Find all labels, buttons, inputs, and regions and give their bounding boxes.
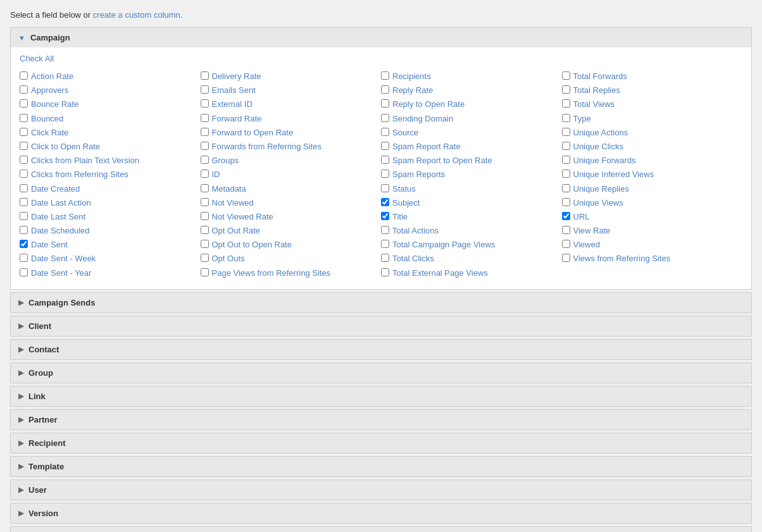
label-total_views[interactable]: Total Views	[573, 99, 615, 110]
label-date_sent[interactable]: Date Sent	[31, 239, 68, 251]
label-click_rate[interactable]: Click Rate	[31, 127, 68, 139]
checkbox-date_sent_year[interactable]	[20, 268, 28, 276]
label-clicks_from_referring_sites[interactable]: Clicks from Referring Sites	[31, 169, 128, 180]
label-forward_to_open_rate[interactable]: Forward to Open Rate	[212, 127, 294, 139]
label-unique_inferred_views[interactable]: Unique Inferred Views	[573, 169, 654, 180]
checkbox-page_views_from_referring_sites[interactable]	[201, 268, 209, 276]
checkbox-click_rate[interactable]	[20, 128, 28, 136]
checkbox-spam_report_rate[interactable]	[381, 142, 389, 150]
checkbox-total_actions[interactable]	[381, 226, 389, 234]
label-opt_out_to_open_rate[interactable]: Opt Out to Open Rate	[212, 239, 292, 251]
checkbox-source[interactable]	[381, 128, 389, 136]
checkbox-subject[interactable]	[381, 198, 389, 206]
label-url[interactable]: URL	[573, 211, 590, 223]
checkbox-view_rate[interactable]	[562, 226, 570, 234]
section-header-version[interactable]: ▶Version	[11, 504, 751, 523]
checkbox-forward_rate[interactable]	[201, 114, 209, 122]
checkbox-opt_outs[interactable]	[201, 254, 209, 262]
checkbox-bounced[interactable]	[20, 114, 28, 122]
label-bounced[interactable]: Bounced	[31, 113, 63, 125]
checkbox-unique_replies[interactable]	[562, 184, 570, 192]
campaign-section-header[interactable]: ▼ Campaign	[11, 28, 751, 47]
label-emails_sent[interactable]: Emails Sent	[212, 85, 256, 96]
checkbox-unique_clicks[interactable]	[562, 142, 570, 150]
checkbox-total_replies[interactable]	[562, 85, 570, 94]
label-opt_out_rate[interactable]: Opt Out Rate	[212, 225, 261, 237]
section-header-client[interactable]: ▶Client	[11, 316, 751, 336]
label-reply_rate[interactable]: Reply Rate	[392, 85, 433, 96]
label-action_rate[interactable]: Action Rate	[31, 71, 73, 82]
label-unique_views[interactable]: Unique Views	[573, 197, 623, 209]
checkbox-action_rate[interactable]	[20, 71, 28, 80]
checkbox-groups[interactable]	[201, 156, 209, 164]
checkbox-date_scheduled[interactable]	[20, 226, 28, 234]
checkbox-forward_to_open_rate[interactable]	[201, 128, 209, 136]
label-groups[interactable]: Groups	[212, 155, 239, 166]
checkbox-spam_report_to_open_rate[interactable]	[381, 156, 389, 164]
label-bounce_rate[interactable]: Bounce Rate	[31, 99, 78, 110]
checkbox-total_views[interactable]	[562, 99, 570, 108]
checkbox-metadata[interactable]	[201, 184, 209, 192]
checkbox-clicks_from_plain_text[interactable]	[20, 156, 28, 164]
label-external_id[interactable]: External ID	[212, 99, 253, 110]
label-id[interactable]: ID	[212, 169, 220, 180]
label-delivery_rate[interactable]: Delivery Rate	[212, 71, 261, 82]
create-custom-column-link[interactable]: create a custom column	[93, 10, 180, 20]
checkbox-spam_reports[interactable]	[381, 170, 389, 178]
checkbox-reply_to_open_rate[interactable]	[381, 99, 389, 108]
section-header-group[interactable]: ▶Group	[11, 363, 751, 383]
checkbox-bounce_rate[interactable]	[20, 99, 28, 108]
label-opt_outs[interactable]: Opt Outs	[212, 253, 245, 264]
checkbox-unique_inferred_views[interactable]	[562, 170, 570, 178]
checkbox-opt_out_to_open_rate[interactable]	[201, 240, 209, 248]
checkbox-viewed[interactable]	[562, 240, 570, 248]
label-reply_to_open_rate[interactable]: Reply to Open Rate	[392, 99, 465, 110]
label-total_external_page_views[interactable]: Total External Page Views	[392, 268, 488, 279]
checkbox-date_last_action[interactable]	[20, 198, 28, 206]
checkbox-date_created[interactable]	[20, 184, 28, 192]
checkbox-reply_rate[interactable]	[381, 85, 389, 94]
label-view_rate[interactable]: View Rate	[573, 225, 611, 237]
section-header-web-pages[interactable]: ▶Web Pages	[11, 527, 751, 532]
section-header-partner[interactable]: ▶Partner	[11, 410, 751, 430]
checkbox-forwards_from_referring_sites[interactable]	[201, 142, 209, 150]
checkbox-unique_actions[interactable]	[562, 128, 570, 136]
checkbox-url[interactable]	[562, 212, 570, 220]
label-title[interactable]: Title	[392, 211, 408, 223]
label-recipients[interactable]: Recipients	[392, 71, 431, 82]
label-not_viewed[interactable]: Not Viewed	[212, 197, 254, 209]
checkbox-recipients[interactable]	[381, 71, 389, 80]
checkbox-approvers[interactable]	[20, 85, 28, 94]
label-total_actions[interactable]: Total Actions	[392, 225, 439, 237]
label-unique_replies[interactable]: Unique Replies	[573, 183, 629, 195]
checkbox-opt_out_rate[interactable]	[201, 226, 209, 234]
checkbox-total_forwards[interactable]	[562, 71, 570, 80]
checkbox-date_sent_week[interactable]	[20, 254, 28, 262]
checkbox-clicks_from_referring_sites[interactable]	[20, 170, 28, 178]
checkbox-not_viewed[interactable]	[201, 198, 209, 206]
label-spam_reports[interactable]: Spam Reports	[392, 169, 445, 180]
checkbox-delivery_rate[interactable]	[201, 71, 209, 80]
section-header-contact[interactable]: ▶Contact	[11, 340, 751, 359]
label-date_created[interactable]: Date Created	[31, 183, 80, 195]
label-type[interactable]: Type	[573, 113, 591, 125]
section-header-template[interactable]: ▶Template	[11, 457, 751, 476]
label-views_from_referring_sites[interactable]: Views from Referring Sites	[573, 253, 671, 264]
label-total_replies[interactable]: Total Replies	[573, 85, 620, 96]
label-approvers[interactable]: Approvers	[31, 85, 68, 96]
checkbox-title[interactable]	[381, 212, 389, 220]
label-clicks_from_plain_text[interactable]: Clicks from Plain Text Version	[31, 155, 139, 166]
label-total_forwards[interactable]: Total Forwards	[573, 71, 627, 82]
checkbox-unique_views[interactable]	[562, 198, 570, 206]
label-date_scheduled[interactable]: Date Scheduled	[31, 225, 90, 237]
checkbox-views_from_referring_sites[interactable]	[562, 254, 570, 262]
checkbox-date_sent[interactable]	[20, 240, 28, 248]
label-status[interactable]: Status	[392, 183, 416, 195]
checkbox-emails_sent[interactable]	[201, 85, 209, 94]
label-forwards_from_referring_sites[interactable]: Forwards from Referring Sites	[212, 141, 322, 152]
label-spam_report_rate[interactable]: Spam Report Rate	[392, 141, 461, 152]
label-not_viewed_rate[interactable]: Not Viewed Rate	[212, 211, 273, 223]
label-date_sent_week[interactable]: Date Sent - Week	[31, 253, 96, 264]
label-sending_domain[interactable]: Sending Domain	[392, 113, 453, 125]
checkbox-id[interactable]	[201, 170, 209, 178]
